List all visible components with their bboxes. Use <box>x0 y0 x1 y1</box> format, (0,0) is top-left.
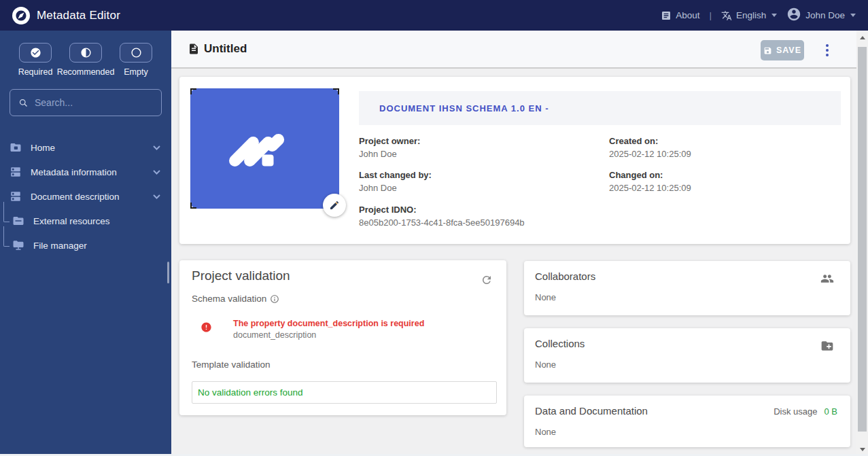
field-filters: Required Recommended Empty <box>0 31 171 77</box>
data-documentation-title: Data and Documentation <box>535 405 648 417</box>
top-navbar: Metadata Editor About | English John Doe <box>0 0 868 31</box>
main-area: Untitled SAVE <box>171 31 856 456</box>
crop-corner-icon <box>190 88 196 94</box>
caret-down-icon <box>771 14 777 17</box>
project-idno-field: Project IDNO: 8e05b200-1753-4c41-8fca-5e… <box>359 205 525 228</box>
drawers-icon <box>10 166 22 178</box>
sidebar-item-external-resources[interactable]: External resources <box>0 209 171 233</box>
sidebar: Required Recommended Empty Home <box>0 31 171 456</box>
page-header: Untitled SAVE <box>171 31 856 69</box>
sidebar-item-file-manager[interactable]: File manager <box>0 233 171 258</box>
tree-connector <box>3 202 10 222</box>
brand: Metadata Editor <box>12 7 120 24</box>
collaborators-title: Collaborators <box>535 270 595 282</box>
validation-title: Project validation <box>192 268 290 283</box>
user-menu[interactable]: John Doe <box>786 7 856 24</box>
app-logo-icon <box>12 7 30 24</box>
empty-circle-icon <box>131 47 142 58</box>
chevron-down-icon <box>153 145 160 150</box>
refresh-icon <box>481 274 493 286</box>
project-summary-card: DOCUMENT IHSN SCHEMA 1.0 EN - Project ow… <box>179 77 850 244</box>
metadata-editor-logo-icon <box>220 121 309 182</box>
drawers-icon <box>10 190 22 203</box>
schema-title: DOCUMENT IHSN SCHEMA 1.0 EN - <box>379 103 549 113</box>
half-circle-icon <box>80 47 92 58</box>
changed-on-field: Changed on: 2025-02-12 10:25:09 <box>609 170 691 193</box>
folder-line-icon <box>12 215 24 227</box>
filter-required[interactable]: Required <box>11 43 60 77</box>
translate-icon <box>721 10 732 21</box>
collaborators-value: None <box>535 292 556 302</box>
sidebar-item-document-description[interactable]: Document description <box>0 184 171 209</box>
check-circle-icon <box>30 47 41 58</box>
save-button[interactable]: SAVE <box>761 40 804 60</box>
chevron-down-icon <box>153 170 160 175</box>
app-window: Metadata Editor About | English John Doe <box>0 0 868 456</box>
crop-corner-icon <box>333 88 339 94</box>
edit-thumbnail-button[interactable] <box>323 194 346 217</box>
data-documentation-value: None <box>535 427 556 437</box>
folder-stand-icon <box>12 239 24 251</box>
refresh-validation-button[interactable] <box>481 274 493 286</box>
disk-usage-value: 0 B <box>824 406 837 417</box>
page-scrollbar <box>856 31 868 456</box>
project-owner-field: Project owner: John Doe <box>359 136 420 159</box>
sidebar-nav: Home Metadata information Document descr… <box>0 135 171 258</box>
disk-usage-label: Disk usage <box>774 406 817 417</box>
filter-empty[interactable]: Empty <box>111 43 160 77</box>
about-link[interactable]: About <box>661 10 699 21</box>
project-thumbnail <box>190 88 339 209</box>
app-title: Metadata Editor <box>37 9 120 22</box>
schema-validation-label: Schema validation <box>192 294 279 304</box>
collaborators-card: Collaborators None <box>524 261 850 315</box>
folder-plus-icon[interactable] <box>820 339 834 353</box>
filter-recommended[interactable]: Recommended <box>60 43 111 77</box>
disk-usage: Disk usage 0 B <box>774 406 837 417</box>
schema-banner: DOCUMENT IHSN SCHEMA 1.0 EN - <box>359 91 841 125</box>
pencil-icon <box>329 200 340 211</box>
sidebar-item-metadata-information[interactable]: Metadata information <box>0 160 171 184</box>
navbar-actions: About | English John Doe <box>661 7 856 24</box>
collections-card: Collections None <box>524 328 850 383</box>
error-icon <box>201 321 212 333</box>
scrollbar-thumb[interactable] <box>858 47 867 432</box>
search-input[interactable] <box>35 97 153 108</box>
validation-error-message: The property document_description is req… <box>233 319 424 328</box>
created-on-field: Created on: 2025-02-12 10:25:09 <box>609 136 691 159</box>
template-validation-label: Template validation <box>192 359 271 370</box>
last-changed-by-field: Last changed by: John Doe <box>359 170 432 193</box>
tree-connector <box>3 226 10 247</box>
people-icon[interactable] <box>820 272 834 285</box>
content-area: DOCUMENT IHSN SCHEMA 1.0 EN - Project ow… <box>171 70 856 456</box>
page-title: Untitled <box>204 42 247 56</box>
scroll-up-arrow[interactable] <box>856 32 868 43</box>
validation-error-field: document_description <box>233 330 316 340</box>
collections-value: None <box>535 359 556 370</box>
chevron-down-icon <box>153 194 160 199</box>
info-icon[interactable] <box>270 294 279 304</box>
project-validation-card: Project validation Schema validation The… <box>179 260 506 415</box>
search-icon <box>18 98 29 108</box>
crop-corner-icon <box>190 203 196 209</box>
kebab-menu-icon[interactable] <box>822 41 832 59</box>
home-folder-icon <box>10 141 22 154</box>
sidebar-search <box>10 89 162 116</box>
collections-title: Collections <box>535 338 585 349</box>
scroll-down-arrow[interactable] <box>856 444 868 455</box>
caret-down-icon <box>850 14 856 17</box>
sidebar-scrollbar-thumb[interactable] <box>167 262 169 283</box>
navbar-divider: | <box>709 10 712 20</box>
save-icon <box>763 46 772 55</box>
user-avatar-icon <box>786 7 801 24</box>
sidebar-item-home[interactable]: Home <box>0 135 171 160</box>
document-icon <box>188 42 200 56</box>
about-icon <box>661 10 672 21</box>
data-documentation-card: Data and Documentation Disk usage 0 B No… <box>524 396 850 447</box>
template-validation-result: No validation errors found <box>192 381 497 404</box>
language-menu[interactable]: English <box>721 10 777 21</box>
